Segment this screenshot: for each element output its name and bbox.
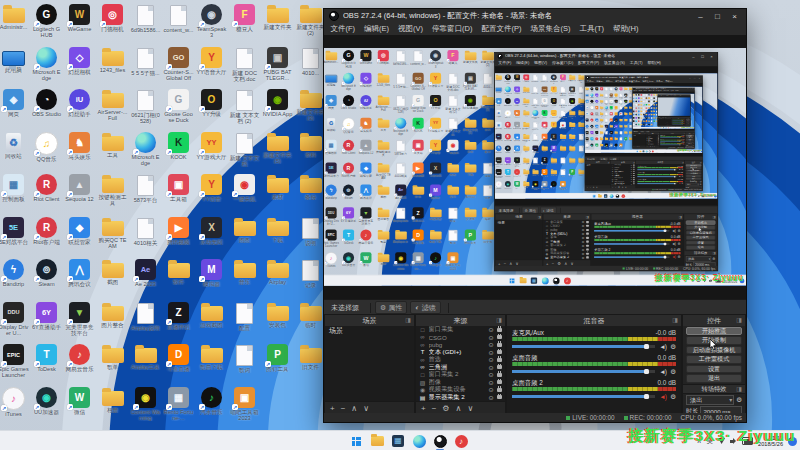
desktop-icon[interactable]: iU↗幻想助手 (358, 95, 374, 110)
desktop-icon[interactable]: 安装包 (262, 302, 293, 328)
desktop-icon[interactable]: ◉↗TeamSpeak 3 (549, 74, 558, 84)
lock-icon[interactable] (497, 373, 502, 377)
speaker-icon[interactable]: ◄) (678, 176, 681, 178)
desktop-icon[interactable]: 此电脑 (495, 86, 503, 93)
desktop-icon[interactable]: ◈↗网页 (495, 98, 503, 106)
desktop-icon[interactable]: 5E↗5E对战平台 (324, 162, 339, 177)
speaker-muted-icon[interactable]: ◄) (671, 255, 676, 259)
scene-item[interactable]: 场景 (658, 119, 665, 120)
eye-icon[interactable]: ⊙ (488, 341, 493, 348)
desktop-icon[interactable]: Y↗YY语音 (196, 174, 227, 202)
desktop-icon[interactable]: 新建 DOC 文档.doc (229, 47, 260, 82)
speaker-icon[interactable]: ◄) (658, 343, 667, 350)
desktop-icon[interactable]: ▦↗控制面板 (495, 122, 503, 130)
desktop-icon[interactable]: ◉↗一键关机 (559, 122, 568, 130)
desktop-icon[interactable]: ◔↗OBS Studio (340, 95, 356, 110)
gear-icon[interactable]: ⚙ (678, 242, 681, 246)
desktop-icon[interactable]: ♻回收站 (495, 110, 503, 118)
desktop-icon[interactable]: ▣↗唱吧工具箱2023 (559, 181, 568, 191)
desktop-icon[interactable]: YY↗YY游戏大厅 (549, 110, 558, 118)
desktop-icon[interactable]: ⋀↗腾讯会议 (64, 259, 95, 287)
volume-slider[interactable] (594, 256, 670, 257)
desktop-icon[interactable]: 图片整合 (522, 157, 531, 164)
desktop-icon[interactable]: 歌词 (559, 169, 568, 177)
desktop-icon[interactable]: T↗ToDesk (31, 344, 62, 372)
desktop-icon[interactable]: 音乐 (559, 145, 568, 152)
source-row[interactable]: ∞三角洲⊙ (416, 364, 505, 372)
desktop-icon[interactable]: 配置 (229, 302, 260, 331)
desktop-icon[interactable]: Y↗YY语音 (427, 140, 443, 155)
toolbar-button[interactable]: ∧ (456, 404, 462, 413)
sources-list[interactable]: □窗口采集⊙∞CSGO⊙∞pubg⊙T文本 (GDI+)⊙∞首选⊙∞三角洲⊙□窗… (543, 220, 590, 260)
desktop-icon[interactable]: Airplay说明 (393, 207, 409, 222)
desktop-icon[interactable]: ▲↗Sequoia 12 (358, 140, 374, 155)
desktop-icon[interactable]: 购买QC TEAM (375, 162, 391, 179)
lock-icon[interactable] (586, 245, 589, 247)
obs-preview[interactable]: Administr...G↗Logitech G HUBW↗WeGame◎↗门德… (495, 66, 718, 205)
minimize-button[interactable]: – (694, 12, 707, 21)
desktop-icon[interactable]: ▦↗Rento Fortune-... (540, 181, 549, 191)
desktop-icon[interactable]: DDU↗Display Driver U... (324, 207, 339, 225)
lock-icon[interactable] (586, 237, 589, 239)
control-button[interactable]: 开始推流 (686, 327, 742, 336)
desktop-icon[interactable]: ▦↗Rento Fortune-... (410, 252, 426, 270)
desktop-icon[interactable]: 下载 (262, 217, 293, 243)
desktop-icon[interactable]: 4010... (295, 47, 326, 76)
desktop-icon[interactable]: 新建 文本文档 (229, 132, 260, 167)
desktop-icon[interactable]: ◇↗幻想相棋 (64, 47, 95, 75)
taskbar-start-button[interactable] (508, 276, 516, 284)
gear-icon[interactable]: ⚙ (736, 396, 742, 404)
control-button[interactable]: 工作室模式 (686, 235, 716, 240)
desktop-icon[interactable]: ϟ↗Bandizip (495, 145, 503, 153)
desktop-icon[interactable]: X↗永劫无间 (196, 217, 227, 245)
desktop-icon[interactable]: 0621门相(0528) (130, 89, 161, 124)
desktop-icon[interactable]: 图片整合 (97, 302, 128, 328)
desktop-icon[interactable]: 5 5 5子猫... (393, 73, 409, 88)
lock-icon[interactable] (497, 358, 502, 362)
desktop-icon[interactable]: ♫↗QQ音乐 (504, 110, 513, 118)
sources-list[interactable]: □窗口采集⊙∞CSGO⊙∞pubg⊙T文本 (GDI+)⊙∞首选⊙∞三角洲⊙□窗… (646, 135, 659, 146)
desktop-icon[interactable]: Ae↗Ae 2023 (130, 259, 161, 287)
desktop-icon[interactable]: Z↗直播伴侣 (410, 207, 426, 222)
desktop-icon[interactable]: 新建文件夹 (5) (462, 117, 478, 134)
desktop-icon[interactable]: 歌单 (375, 229, 391, 243)
desktop-icon[interactable]: ▦↗控制面板 (324, 140, 339, 155)
desktop-icon[interactable]: Airplay工具 (393, 229, 409, 243)
desktop-icon[interactable]: 按键检测工具 (522, 122, 531, 131)
control-button[interactable]: 设置 (686, 240, 716, 245)
transition-select[interactable]: 淡出 (686, 395, 734, 405)
taskbar-obs[interactable] (648, 150, 650, 152)
desktop-icon[interactable]: ◎↗门德相机 (97, 4, 128, 32)
desktop-icon[interactable]: 软件 (163, 259, 194, 285)
transition-select[interactable]: 淡出 (686, 183, 699, 186)
lock-icon[interactable] (586, 221, 589, 223)
toolbar-button[interactable]: ∨ (467, 404, 473, 413)
taskbar-explorer[interactable] (519, 276, 527, 284)
sources-list[interactable]: □窗口采集⊙∞CSGO⊙∞pubg⊙T文本 (GDI+)⊙∞首选⊙∞三角洲⊙□窗… (416, 326, 505, 402)
desktop-icon[interactable]: 此电脑 (324, 73, 339, 87)
eye-icon[interactable]: ⊙ (488, 386, 493, 393)
desktop-icon[interactable]: 新建 文本文档 (2) (559, 98, 568, 108)
gear-icon[interactable]: ⚙ (681, 176, 683, 178)
desktop-icon[interactable]: R↗Riot Client (504, 122, 513, 130)
desktop-icon[interactable]: 备份 (295, 174, 326, 200)
lock-icon[interactable] (497, 350, 502, 354)
taskbar-music[interactable]: ♪ (668, 127, 669, 128)
desktop-icon[interactable]: 5873平台 (130, 174, 161, 203)
lock-icon[interactable] (497, 365, 502, 369)
toolbar-button[interactable]: ⚙ (442, 404, 449, 413)
desktop-icon[interactable]: 说明 (295, 217, 326, 246)
desktop-icon[interactable]: Z↗直播伴侣 (540, 157, 549, 165)
taskbar-music[interactable]: ♪ (652, 150, 654, 152)
desktop-icon[interactable]: ◔↗OBS Studio (31, 89, 62, 117)
desktop-icon[interactable]: ♪↗iTunes (0, 387, 29, 417)
desktop-icon[interactable]: X↗永劫无间 (427, 162, 443, 177)
desktop-icon[interactable]: ♻回收站 (0, 132, 29, 159)
desktop-icon[interactable]: ♞↗马头娱乐 (358, 117, 374, 132)
desktop-icon[interactable]: ◉↗UU加速器 (504, 181, 513, 189)
desktop-icon[interactable]: 相册 (97, 387, 128, 413)
desktop-icon[interactable]: P↗图钉工具 (462, 229, 478, 244)
menu-item[interactable]: 帮助(H) (609, 23, 643, 35)
source-row[interactable]: □窗口采集 2⊙ (416, 371, 505, 379)
desktop-icon[interactable]: AirServer-...Full (97, 89, 128, 121)
